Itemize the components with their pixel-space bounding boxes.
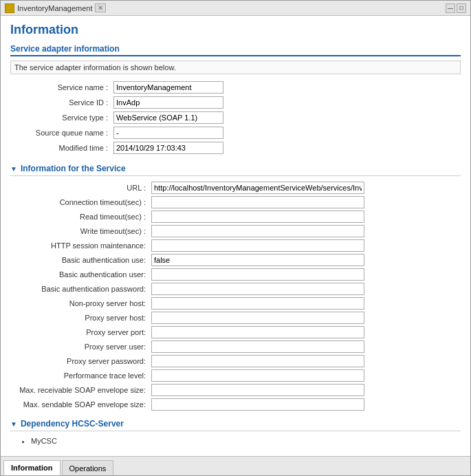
window-icon bbox=[5, 3, 14, 13]
window-controls: — □ bbox=[446, 3, 466, 13]
title-bar: InventoryManagement ✕ — □ bbox=[1, 1, 470, 16]
max-send-soap-row: Max. sendable SOAP envelope size: bbox=[17, 398, 461, 411]
perf-trace-row: Performance trace level: bbox=[17, 369, 461, 382]
proxy-pass-row: Proxy server password: bbox=[17, 355, 461, 367]
source-queue-input[interactable] bbox=[113, 127, 223, 139]
basic-auth-user-row: Basic authentication user: bbox=[17, 268, 461, 281]
service-adapter-form: Service name : Service ID : Service type… bbox=[10, 81, 461, 154]
url-label: URL : bbox=[17, 184, 151, 192]
title-bar-left: InventoryManagement ✕ bbox=[5, 3, 106, 13]
modified-time-row: Modified time : bbox=[17, 142, 461, 154]
http-session-input[interactable] bbox=[151, 239, 364, 252]
maximize-button[interactable]: □ bbox=[457, 3, 466, 13]
service-type-label: Service type : bbox=[17, 113, 113, 122]
basic-auth-use-row: Basic authentication use: bbox=[17, 254, 461, 266]
proxy-user-row: Proxy server user: bbox=[17, 340, 461, 353]
nonproxy-host-input[interactable] bbox=[151, 297, 364, 310]
bottom-tabs: Information Operations bbox=[1, 456, 470, 475]
basic-auth-use-input[interactable] bbox=[151, 254, 364, 266]
source-queue-label: Source queue name : bbox=[17, 129, 113, 137]
nonproxy-host-label: Non-proxy server host: bbox=[17, 299, 151, 307]
basic-auth-pass-label: Basic authentication password: bbox=[17, 285, 151, 293]
proxy-port-label: Proxy server port: bbox=[17, 328, 151, 336]
modified-time-input[interactable] bbox=[113, 142, 223, 154]
service-name-input[interactable] bbox=[113, 81, 223, 94]
service-info-header: ▼ Information for the Service bbox=[10, 164, 461, 176]
service-adapter-header: Service adapter information bbox=[10, 44, 461, 56]
proxy-host-label: Proxy server host: bbox=[17, 314, 151, 322]
proxy-user-input[interactable] bbox=[151, 340, 364, 353]
service-id-row: Service ID : bbox=[17, 96, 461, 109]
service-info-title: Information for the Service bbox=[21, 164, 126, 173]
max-send-soap-input[interactable] bbox=[151, 398, 364, 411]
main-window: InventoryManagement ✕ — □ Information Se… bbox=[0, 0, 471, 476]
write-timeout-row: Write timeout(sec) : bbox=[17, 225, 461, 237]
perf-trace-label: Performance trace level: bbox=[17, 371, 151, 380]
service-id-label: Service ID : bbox=[17, 98, 113, 107]
conn-timeout-input[interactable] bbox=[151, 196, 364, 208]
proxy-port-input[interactable] bbox=[151, 326, 364, 338]
dependency-list: MyCSC bbox=[10, 437, 461, 445]
service-name-label: Service name : bbox=[17, 83, 113, 91]
collapse-arrow-icon[interactable]: ▼ bbox=[10, 165, 17, 173]
max-send-soap-label: Max. sendable SOAP envelope size: bbox=[17, 400, 151, 409]
service-info-form: URL : Connection timeout(sec) : Read tim… bbox=[10, 182, 461, 411]
service-adapter-desc: The service adapter information is shown… bbox=[10, 61, 461, 74]
service-type-input[interactable] bbox=[113, 111, 223, 124]
dependency-collapse-icon[interactable]: ▼ bbox=[10, 420, 17, 428]
basic-auth-pass-row: Basic authentication password: bbox=[17, 283, 461, 295]
write-timeout-input[interactable] bbox=[151, 225, 364, 237]
basic-auth-user-input[interactable] bbox=[151, 268, 364, 281]
http-session-label: HTTP session maintenance: bbox=[17, 241, 151, 250]
basic-auth-use-label: Basic authentication use: bbox=[17, 256, 151, 264]
read-timeout-input[interactable] bbox=[151, 210, 364, 223]
page-title: Information bbox=[10, 23, 461, 37]
content-area: Information Service adapter information … bbox=[1, 16, 470, 456]
max-recv-soap-row: Max. receivable SOAP envelope size: bbox=[17, 384, 461, 396]
conn-timeout-row: Connection timeout(sec) : bbox=[17, 196, 461, 208]
dependency-header: ▼ Dependency HCSC-Server bbox=[10, 419, 461, 431]
http-session-row: HTTP session maintenance: bbox=[17, 239, 461, 252]
proxy-host-row: Proxy server host: bbox=[17, 312, 461, 324]
proxy-pass-input[interactable] bbox=[151, 355, 364, 367]
window-title: InventoryManagement bbox=[17, 4, 92, 12]
max-recv-soap-input[interactable] bbox=[151, 384, 364, 396]
dependency-title: Dependency HCSC-Server bbox=[21, 419, 124, 429]
service-info-section: ▼ Information for the Service URL : Conn… bbox=[10, 164, 461, 411]
proxy-pass-label: Proxy server password: bbox=[17, 357, 151, 365]
read-timeout-row: Read timeout(sec) : bbox=[17, 210, 461, 223]
tab-close-button[interactable]: ✕ bbox=[95, 3, 106, 12]
perf-trace-input[interactable] bbox=[151, 369, 364, 382]
proxy-host-input[interactable] bbox=[151, 312, 364, 324]
max-recv-soap-label: Max. receivable SOAP envelope size: bbox=[17, 386, 151, 394]
minimize-button[interactable]: — bbox=[446, 3, 455, 13]
write-timeout-label: Write timeout(sec) : bbox=[17, 227, 151, 235]
service-type-row: Service type : bbox=[17, 111, 461, 124]
service-name-row: Service name : bbox=[17, 81, 461, 94]
proxy-user-label: Proxy server user: bbox=[17, 343, 151, 351]
url-input[interactable] bbox=[151, 182, 364, 194]
modified-time-label: Modified time : bbox=[17, 144, 113, 152]
url-row: URL : bbox=[17, 182, 461, 194]
tab-operations[interactable]: Operations bbox=[62, 460, 114, 475]
tab-information[interactable]: Information bbox=[3, 460, 61, 475]
service-id-input[interactable] bbox=[113, 96, 223, 109]
read-timeout-label: Read timeout(sec) : bbox=[17, 213, 151, 221]
source-queue-row: Source queue name : bbox=[17, 127, 461, 139]
proxy-port-row: Proxy server port: bbox=[17, 326, 461, 338]
basic-auth-pass-input[interactable] bbox=[151, 283, 364, 295]
nonproxy-host-row: Non-proxy server host: bbox=[17, 297, 461, 310]
conn-timeout-label: Connection timeout(sec) : bbox=[17, 198, 151, 206]
basic-auth-user-label: Basic authentication user: bbox=[17, 270, 151, 279]
dependency-section: ▼ Dependency HCSC-Server MyCSC bbox=[10, 419, 461, 445]
list-item: MyCSC bbox=[31, 437, 461, 445]
